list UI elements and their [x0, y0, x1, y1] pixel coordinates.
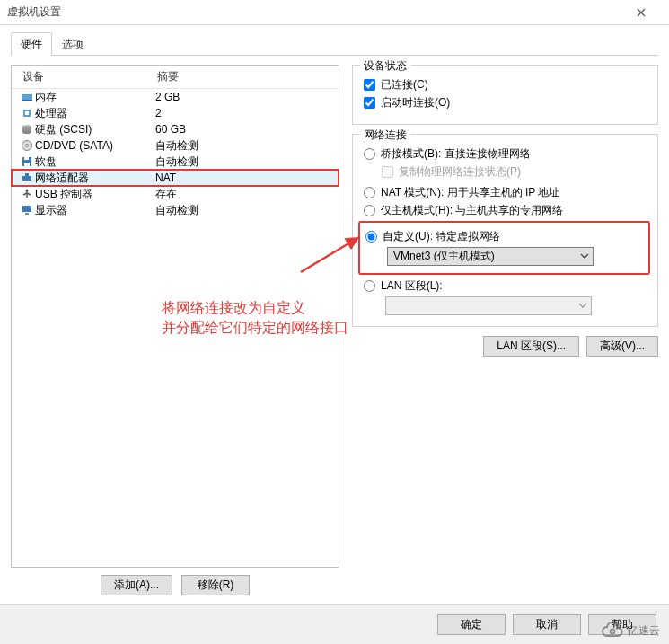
- device-list-header: 设备 摘要: [12, 66, 339, 89]
- svg-rect-10: [24, 157, 29, 160]
- network-connection-title: 网络连接: [360, 128, 410, 143]
- display-icon: [19, 204, 35, 216]
- device-name: 显示器: [35, 203, 155, 218]
- header-summary: 摘要: [157, 69, 333, 84]
- svg-point-18: [611, 630, 615, 634]
- device-summary: 自动检测: [155, 154, 198, 170]
- remove-button[interactable]: 移除(R): [181, 575, 250, 595]
- device-name: USB 控制器: [35, 187, 155, 202]
- ok-button[interactable]: 确定: [437, 614, 506, 635]
- watermark-text: 亿速云: [628, 623, 660, 639]
- bridged-label: 桥接模式(B): 直接连接物理网络: [381, 146, 531, 162]
- device-name: 处理器: [35, 106, 155, 121]
- device-name: CD/DVD (SATA): [35, 139, 155, 152]
- cancel-button[interactable]: 取消: [513, 614, 581, 635]
- nat-radio[interactable]: [364, 187, 375, 198]
- network-connection-group: 网络连接 桥接模式(B): 直接连接物理网络 复制物理网络连接状态(P) NAT…: [352, 134, 658, 327]
- bridged-radio[interactable]: [364, 148, 375, 160]
- lan-segments-button[interactable]: LAN 区段(S)...: [483, 336, 579, 357]
- chevron-down-icon: [578, 300, 587, 313]
- nat-label: NAT 模式(N): 用于共享主机的 IP 地址: [381, 185, 559, 200]
- hostonly-radio-row[interactable]: 仅主机模式(H): 与主机共享的专用网络: [364, 203, 647, 218]
- device-row-disk[interactable]: 硬盘 (SCSI)60 GB: [12, 121, 339, 137]
- device-name: 硬盘 (SCSI): [35, 122, 155, 137]
- svg-rect-13: [25, 173, 29, 176]
- svg-rect-3: [25, 111, 29, 115]
- disk-icon: [19, 123, 35, 136]
- connect-at-poweron-checkbox[interactable]: [364, 97, 375, 109]
- connected-checkbox[interactable]: [364, 79, 375, 91]
- device-row-cpu[interactable]: 处理器2: [12, 105, 339, 121]
- device-summary: 2 GB: [155, 91, 180, 103]
- device-status-title: 设备状态: [360, 58, 410, 74]
- svg-point-6: [22, 130, 31, 134]
- svg-rect-16: [22, 206, 31, 212]
- device-status-group: 设备状态 已连接(C) 启动时连接(O): [352, 65, 658, 125]
- bridged-radio-row[interactable]: 桥接模式(B): 直接连接物理网络: [364, 146, 647, 162]
- annotation-text: 将网络连接改为自定义 并分配给它们特定的网络接口: [162, 298, 348, 338]
- replicate-checkbox-row: 复制物理网络连接状态(P): [382, 164, 647, 180]
- cpu-icon: [19, 107, 35, 119]
- left-button-row: 添加(A)... 移除(R): [11, 575, 339, 595]
- device-row-floppy[interactable]: 软盘自动检测: [12, 154, 339, 170]
- close-icon: [637, 8, 646, 17]
- device-row-display[interactable]: 显示器自动检测: [12, 202, 339, 218]
- svg-point-8: [26, 145, 29, 147]
- device-summary: 自动检测: [155, 203, 198, 218]
- device-name: 软盘: [35, 154, 155, 170]
- custom-network-value: VMnet3 (仅主机模式): [393, 249, 495, 264]
- device-row-cd[interactable]: CD/DVD (SATA)自动检测: [12, 137, 339, 154]
- custom-highlight-box: 自定义(U): 特定虚拟网络 VMnet3 (仅主机模式): [358, 221, 650, 275]
- right-pane: 设备状态 已连接(C) 启动时连接(O) 网络连接 桥接模式(B): 直接连接物…: [352, 65, 658, 595]
- custom-network-select[interactable]: VMnet3 (仅主机模式): [387, 247, 594, 266]
- device-name: 网络适配器: [35, 171, 155, 186]
- device-row-usb[interactable]: USB 控制器存在: [12, 186, 339, 202]
- dialog-footer: 确定 取消 帮助: [0, 604, 669, 644]
- usb-icon: [19, 188, 35, 200]
- replicate-checkbox: [382, 166, 393, 178]
- svg-rect-11: [24, 163, 30, 166]
- chevron-down-icon: [580, 251, 589, 263]
- dialog-body: 硬件 选项 设备 摘要 内存2 GB处理器2硬盘 (SCSI)60 GBCD/D…: [0, 25, 669, 595]
- cloud-icon: [601, 622, 624, 639]
- connect-at-poweron-label: 启动时连接(O): [381, 95, 450, 110]
- header-device: 设备: [22, 69, 157, 84]
- add-button[interactable]: 添加(A)...: [101, 575, 172, 595]
- advanced-button[interactable]: 高级(V)...: [586, 336, 658, 357]
- memory-icon: [19, 91, 35, 103]
- svg-rect-17: [25, 213, 29, 215]
- device-summary: 2: [155, 107, 162, 119]
- custom-label: 自定义(U): 特定虚拟网络: [383, 229, 500, 244]
- connected-checkbox-row[interactable]: 已连接(C): [364, 77, 647, 93]
- device-name: 内存: [35, 90, 155, 105]
- tab-hardware[interactable]: 硬件: [11, 32, 52, 56]
- lan-segment-label: LAN 区段(L):: [381, 278, 443, 294]
- svg-rect-0: [22, 94, 32, 100]
- nat-radio-row[interactable]: NAT 模式(N): 用于共享主机的 IP 地址: [364, 185, 647, 200]
- lan-segment-radio[interactable]: [364, 280, 375, 292]
- floppy-icon: [19, 155, 35, 168]
- device-summary: NAT: [155, 172, 176, 184]
- connect-at-poweron-row[interactable]: 启动时连接(O): [364, 95, 647, 110]
- watermark: 亿速云: [601, 622, 660, 639]
- device-summary: 60 GB: [155, 123, 186, 136]
- device-summary: 存在: [155, 187, 177, 202]
- net-icon: [19, 172, 35, 184]
- lan-segment-select: [385, 296, 592, 315]
- hostonly-label: 仅主机模式(H): 与主机共享的专用网络: [381, 203, 563, 218]
- device-row-net[interactable]: 网络适配器NAT: [12, 170, 339, 186]
- device-row-memory[interactable]: 内存2 GB: [12, 89, 339, 105]
- custom-radio-row[interactable]: 自定义(U): 特定虚拟网络: [365, 229, 641, 244]
- device-summary: 自动检测: [155, 138, 198, 154]
- close-button[interactable]: [637, 8, 662, 17]
- replicate-label: 复制物理网络连接状态(P): [399, 164, 521, 180]
- tab-options[interactable]: 选项: [52, 32, 93, 56]
- connected-label: 已连接(C): [381, 77, 428, 93]
- annotation-arrow: [296, 232, 368, 277]
- annotation-line1: 将网络连接改为自定义: [162, 298, 348, 318]
- svg-rect-1: [22, 100, 32, 101]
- lan-segment-radio-row[interactable]: LAN 区段(L):: [364, 278, 647, 294]
- svg-rect-12: [22, 176, 31, 181]
- tab-strip: 硬件 选项: [11, 32, 658, 56]
- hostonly-radio[interactable]: [364, 205, 375, 216]
